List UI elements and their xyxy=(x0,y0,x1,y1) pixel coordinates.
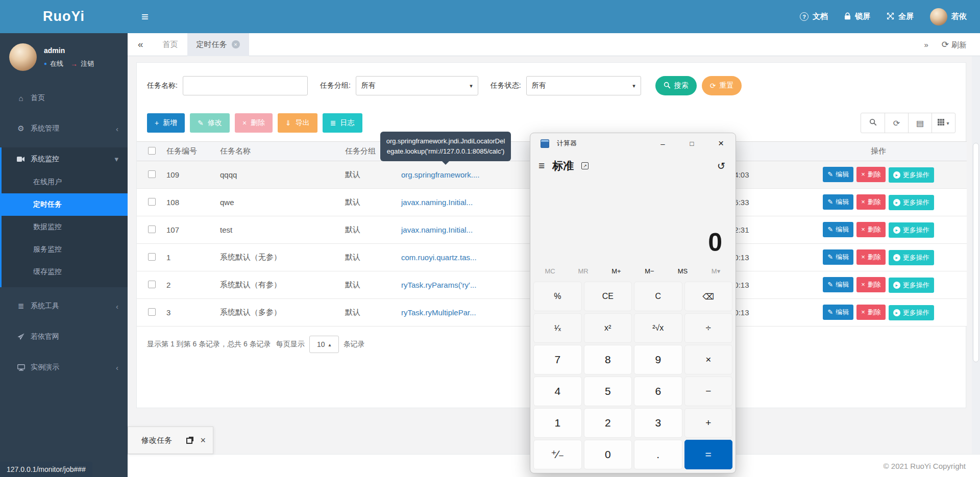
digit-6-key[interactable]: 6 xyxy=(634,376,682,406)
equals-key[interactable]: = xyxy=(684,440,733,469)
memory-clear-button[interactable]: MC xyxy=(533,265,567,278)
show-search-button[interactable] xyxy=(861,113,885,133)
row-edit-button[interactable]: ✎编辑 xyxy=(823,194,853,210)
memory-subtract-button[interactable]: M− xyxy=(633,265,666,278)
decimal-key[interactable]: . xyxy=(634,440,682,469)
row-delete-button[interactable]: ×删除 xyxy=(856,249,886,265)
row-edit-button[interactable]: ✎编辑 xyxy=(823,167,853,182)
logout-link[interactable]: 注销 xyxy=(81,59,94,68)
digit-9-key[interactable]: 9 xyxy=(634,345,682,374)
digit-3-key[interactable]: 3 xyxy=(634,408,682,438)
memory-recall-button[interactable]: MR xyxy=(567,265,600,278)
clear-entry-key[interactable]: CE xyxy=(584,282,632,311)
close-icon[interactable]: × xyxy=(200,436,206,445)
reciprocal-key[interactable]: ¹∕ₓ xyxy=(533,313,582,343)
backspace-key[interactable]: ⌫ xyxy=(684,282,733,311)
digit-5-key[interactable]: 5 xyxy=(584,376,632,406)
select-all-checkbox[interactable] xyxy=(148,147,156,155)
tabs-scroll-right-icon[interactable]: » xyxy=(924,40,928,49)
sidebar-item-data-monitor[interactable]: 数据监控 xyxy=(2,216,128,238)
row-delete-button[interactable]: ×删除 xyxy=(856,167,886,182)
percent-key[interactable]: % xyxy=(533,282,582,311)
job-name-input[interactable] xyxy=(183,76,308,95)
row-delete-button[interactable]: ×删除 xyxy=(856,194,886,210)
restore-window-icon[interactable] xyxy=(186,437,193,444)
memory-add-button[interactable]: M+ xyxy=(600,265,633,278)
row-more-button[interactable]: ▸更多操作 xyxy=(889,195,934,210)
scrollbar-thumb[interactable] xyxy=(973,143,979,362)
row-checkbox[interactable] xyxy=(148,308,156,316)
avatar[interactable] xyxy=(9,43,37,71)
tab-refresh-button[interactable]: ⟳刷新 xyxy=(942,39,967,50)
invoke-target-link[interactable]: javax.naming.Initial... xyxy=(401,198,473,207)
invoke-target-link[interactable]: javax.naming.Initial... xyxy=(401,225,473,234)
digit-1-key[interactable]: 1 xyxy=(533,408,582,438)
nav-user-menu[interactable]: 若依 xyxy=(930,8,967,26)
minimize-button[interactable]: – xyxy=(648,133,677,154)
digit-0-key[interactable]: 0 xyxy=(584,440,632,469)
row-more-button[interactable]: ▸更多操作 xyxy=(889,305,934,320)
row-more-button[interactable]: ▸更多操作 xyxy=(889,222,934,238)
columns-button[interactable]: ▾ xyxy=(932,113,955,133)
sidebar-item-system-mgmt[interactable]: ⚙ 系统管理 ‹ xyxy=(0,117,128,140)
edit-button[interactable]: ✎ 修改 xyxy=(190,113,230,133)
close-button[interactable]: × xyxy=(706,133,736,154)
calculator-titlebar[interactable]: 计算器 – □ × xyxy=(530,133,736,154)
add-key[interactable]: + xyxy=(684,408,733,438)
maximize-button[interactable]: □ xyxy=(677,133,706,154)
negate-key[interactable]: ⁺∕₋ xyxy=(533,440,582,469)
row-more-button[interactable]: ▸更多操作 xyxy=(889,167,934,183)
keep-on-top-icon[interactable]: ↗ xyxy=(581,162,589,169)
memory-list-button[interactable]: M▾ xyxy=(699,265,732,278)
digit-8-key[interactable]: 8 xyxy=(584,345,632,374)
sidebar-item-scheduled-tasks[interactable]: 定时任务 xyxy=(2,193,128,216)
invoke-target-link[interactable]: ryTask.ryMultiplePar... xyxy=(401,308,476,317)
job-status-select[interactable]: 所有 ▾ xyxy=(526,76,641,95)
digit-7-key[interactable]: 7 xyxy=(533,345,582,374)
sidebar-toggle-icon[interactable]: ≡ xyxy=(128,10,162,24)
clear-key[interactable]: C xyxy=(634,282,682,311)
delete-button[interactable]: × 删除 xyxy=(235,113,273,133)
tab-scheduled-tasks[interactable]: 定时任务 × xyxy=(187,33,249,56)
row-more-button[interactable]: ▸更多操作 xyxy=(889,250,934,265)
sidebar-item-system-monitor[interactable]: 系统监控 ▾ xyxy=(2,147,128,171)
nav-fullscreen[interactable]: 全屏 xyxy=(887,12,914,21)
digit-2-key[interactable]: 2 xyxy=(584,408,632,438)
toggle-view-button[interactable]: ▤ xyxy=(908,113,932,133)
row-checkbox[interactable] xyxy=(148,253,156,261)
row-edit-button[interactable]: ✎编辑 xyxy=(823,305,853,320)
search-button[interactable]: 搜索 xyxy=(655,76,697,95)
sidebar-item-online-users[interactable]: 在线用户 xyxy=(2,171,128,193)
refresh-table-button[interactable]: ⟳ xyxy=(885,113,908,133)
row-more-button[interactable]: ▸更多操作 xyxy=(889,278,934,293)
sidebar-item-home[interactable]: ⌂ 首页 xyxy=(0,86,128,110)
square-root-key[interactable]: ²√x xyxy=(634,313,682,343)
sidebar-item-demo[interactable]: 实例演示 ‹ xyxy=(0,356,128,379)
memory-store-button[interactable]: MS xyxy=(666,265,699,278)
row-delete-button[interactable]: ×删除 xyxy=(856,222,886,237)
hamburger-menu-icon[interactable]: ≡ xyxy=(538,160,545,172)
row-edit-button[interactable]: ✎编辑 xyxy=(823,249,853,265)
row-edit-button[interactable]: ✎编辑 xyxy=(823,277,853,292)
close-icon[interactable]: × xyxy=(232,40,240,48)
nav-lock-screen[interactable]: 锁屏 xyxy=(844,12,870,21)
row-checkbox[interactable] xyxy=(148,281,156,288)
log-button[interactable]: ≣ 日志 xyxy=(323,113,362,133)
sidebar-item-service-monitor[interactable]: 服务监控 xyxy=(2,238,128,261)
multiply-key[interactable]: × xyxy=(684,345,733,374)
row-checkbox[interactable] xyxy=(148,170,156,178)
sidebar-item-official-site[interactable]: 若依官网 xyxy=(0,325,128,348)
invoke-target-link[interactable]: com.ruoyi.quartz.tas... xyxy=(401,253,477,262)
page-size-select[interactable]: 10 ▴ xyxy=(309,336,339,353)
tab-home[interactable]: 首页 xyxy=(154,33,187,56)
add-button[interactable]: + 新增 xyxy=(147,113,185,133)
row-delete-button[interactable]: ×删除 xyxy=(856,277,886,292)
row-checkbox[interactable] xyxy=(148,225,156,233)
subtract-key[interactable]: − xyxy=(684,376,733,406)
export-button[interactable]: ⇓ 导出 xyxy=(278,113,317,133)
digit-4-key[interactable]: 4 xyxy=(533,376,582,406)
square-key[interactable]: x² xyxy=(584,313,632,343)
reset-button[interactable]: ⟳ 重置 xyxy=(702,76,742,95)
job-group-select[interactable]: 所有 ▾ xyxy=(356,76,478,95)
nav-docs[interactable]: ? 文档 xyxy=(800,12,828,21)
